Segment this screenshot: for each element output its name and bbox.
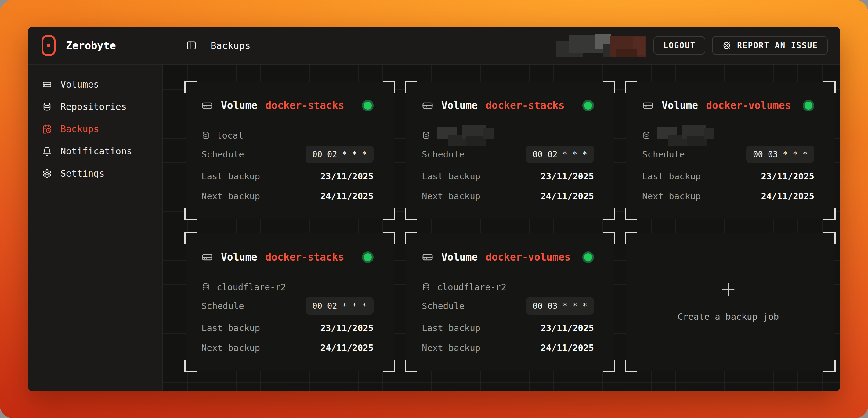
next-backup-date: 24/11/2025 (320, 343, 374, 353)
sidebar-item-backups[interactable]: Backups (28, 118, 162, 140)
schedule-row: Schedule 00 02 * * * (422, 146, 594, 163)
volume-name: docker-stacks (265, 251, 344, 263)
backup-job-card[interactable]: Volume docker-stacks local Schedule 00 0… (186, 82, 394, 219)
sidebar-item-repositories[interactable]: Repositories (28, 96, 162, 118)
last-backup-label: Last backup (202, 323, 260, 333)
create-backup-job-card[interactable]: Create a backup job (626, 233, 834, 371)
status-dot-healthy (582, 251, 594, 263)
brand: Zerobyte (28, 35, 163, 56)
last-backup-row: Last backup 23/11/2025 (202, 170, 374, 183)
last-backup-date: 23/11/2025 (320, 323, 374, 333)
volume-name: docker-volumes (486, 251, 570, 263)
next-backup-row: Next backup 24/11/2025 (642, 190, 814, 202)
page-header: Backups (163, 40, 251, 51)
last-backup-date: 23/11/2025 (540, 171, 594, 182)
gear-icon (42, 169, 52, 179)
corner-bracket (603, 81, 615, 93)
repository-row (422, 125, 594, 146)
card-header: Volume docker-stacks (202, 251, 374, 263)
last-backup-label: Last backup (642, 171, 701, 182)
corner-bracket (184, 208, 196, 220)
cron-schedule-badge: 00 03 * * * (746, 146, 814, 163)
main-content: Volume docker-stacks local Schedule 00 0… (163, 65, 840, 391)
status-dot-healthy (362, 251, 374, 263)
database-icon (42, 102, 52, 112)
corner-bracket (603, 208, 615, 220)
corner-bracket (184, 360, 196, 372)
redacted-user-info (556, 34, 644, 57)
sidebar-item-label: Settings (60, 168, 105, 179)
app-title: Zerobyte (66, 39, 116, 52)
corner-bracket (824, 208, 836, 220)
bell-icon (42, 147, 52, 156)
next-backup-date: 24/11/2025 (320, 191, 374, 201)
sidebar-item-label: Backups (60, 124, 99, 134)
database-icon (202, 131, 210, 140)
corner-bracket (405, 232, 417, 245)
calendar-clock-icon (42, 124, 52, 134)
schedule-row: Schedule 00 02 * * * (202, 297, 374, 315)
schedule-label: Schedule (642, 149, 685, 160)
hard-drive-icon (202, 251, 213, 263)
volume-label: Volume (221, 99, 257, 111)
database-icon (422, 283, 430, 291)
repository-name: cloudflare-r2 (437, 282, 506, 292)
hard-drive-icon (422, 100, 433, 111)
sidebar-item-label: Notifications (60, 146, 132, 157)
page-title: Backups (211, 40, 251, 51)
logout-label: LOGOUT (663, 41, 695, 50)
card-header: Volume docker-volumes (642, 99, 814, 111)
last-backup-row: Last backup 23/11/2025 (422, 322, 594, 334)
backup-job-card[interactable]: Volume docker-stacks cloudflare-r2 Sched… (186, 233, 394, 371)
hard-drive-icon (422, 251, 433, 263)
corner-bracket (184, 81, 196, 93)
corner-bracket (625, 81, 637, 93)
status-dot-healthy (803, 100, 814, 111)
sidebar-item-settings[interactable]: Settings (28, 162, 162, 185)
repository-row: cloudflare-r2 (202, 277, 374, 297)
corner-bracket (824, 360, 836, 372)
volume-label: Volume (441, 99, 478, 111)
header-actions: LOGOUT REPORT AN ISSUE (556, 34, 840, 57)
last-backup-label: Last backup (422, 171, 480, 182)
last-backup-label: Last backup (202, 171, 260, 182)
repository-row (642, 125, 814, 146)
cron-schedule-badge: 00 03 * * * (526, 297, 594, 315)
sidebar-item-volumes[interactable]: Volumes (28, 73, 162, 96)
schedule-label: Schedule (202, 301, 244, 311)
last-backup-row: Last backup 23/11/2025 (642, 170, 814, 183)
repository-row: cloudflare-r2 (422, 277, 594, 297)
next-backup-row: Next backup 24/11/2025 (422, 190, 594, 202)
sidebar-item-notifications[interactable]: Notifications (28, 140, 162, 162)
card-header: Volume docker-volumes (422, 251, 594, 263)
corner-bracket (603, 232, 615, 245)
cron-schedule-badge: 00 02 * * * (306, 297, 374, 315)
next-backup-date: 24/11/2025 (761, 191, 814, 201)
sidebar: Volumes Repositories B (28, 65, 163, 391)
repository-row: local (202, 125, 374, 146)
schedule-row: Schedule 00 02 * * * (202, 146, 374, 163)
card-stats: Schedule 00 02 * * * Last backup 23/11/2… (422, 146, 594, 202)
corner-bracket (184, 232, 196, 245)
corner-bracket (383, 360, 395, 372)
volume-name: docker-stacks (265, 99, 344, 111)
corner-bracket (824, 232, 836, 245)
corner-bracket (625, 360, 637, 372)
report-issue-button[interactable]: REPORT AN ISSUE (712, 36, 828, 55)
backup-job-card[interactable]: Volume docker-volumes cloudflare-r2 Sche… (406, 233, 614, 371)
logout-button[interactable]: LOGOUT (653, 36, 705, 55)
redacted-repository (437, 125, 494, 146)
next-backup-date: 24/11/2025 (540, 343, 594, 353)
next-backup-date: 24/11/2025 (540, 191, 594, 201)
panel-left-icon[interactable] (186, 40, 196, 51)
last-backup-date: 23/11/2025 (540, 323, 594, 333)
volume-label: Volume (662, 99, 698, 111)
app-body: Volumes Repositories B (28, 65, 840, 391)
backup-job-card[interactable]: Volume docker-stacks Schedule 00 02 * * … (406, 82, 614, 219)
schedule-row: Schedule 00 03 * * * (642, 146, 814, 163)
next-backup-row: Next backup 24/11/2025 (202, 190, 374, 202)
backup-job-card[interactable]: Volume docker-volumes Schedule 00 03 * *… (626, 82, 834, 219)
corner-bracket (405, 208, 417, 220)
volume-name: docker-stacks (486, 99, 564, 111)
next-backup-row: Next backup 24/11/2025 (422, 342, 594, 354)
